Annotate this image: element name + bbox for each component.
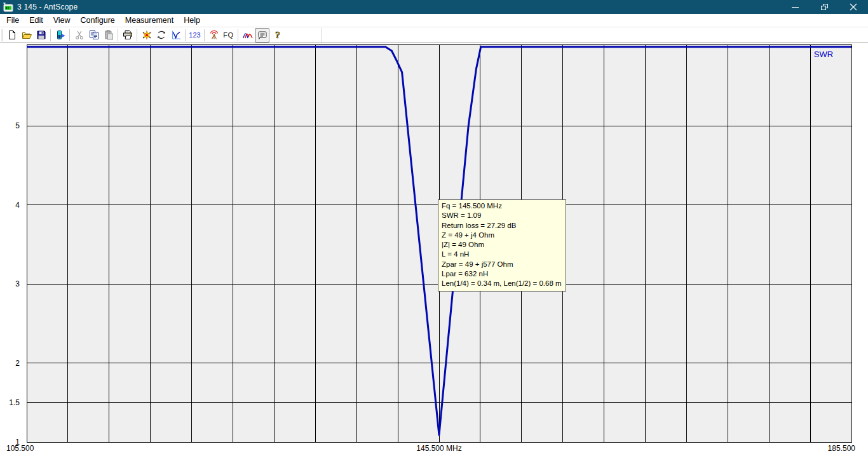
window-title: 3 145 - AntScope (17, 3, 78, 11)
window-controls (780, 0, 868, 14)
numbers-button[interactable]: 123 (187, 28, 202, 43)
toolbar-separator (185, 29, 186, 41)
question-mark-icon: ? (272, 30, 282, 40)
tooltip-line: Lpar = 632 nH (442, 269, 562, 279)
svg-text:?: ? (275, 30, 280, 40)
menu-help[interactable]: Help (179, 15, 205, 26)
cut-button[interactable] (72, 28, 86, 43)
x-axis-label-start: 105.500 (6, 444, 34, 453)
swr-chart-button[interactable] (168, 28, 183, 43)
open-button[interactable] (19, 28, 34, 43)
spark-button[interactable] (139, 28, 154, 43)
y-axis-label: 3 (0, 279, 20, 288)
close-button[interactable] (839, 0, 868, 14)
y-axis-label: 2 (0, 359, 20, 368)
swr-legend: SWR (804, 50, 843, 59)
toolbar-separator (204, 29, 205, 41)
swr-curve-chart-icon (171, 30, 181, 40)
title-bar: 3 145 - AntScope (0, 0, 868, 14)
connect-device-button[interactable] (53, 28, 67, 43)
tooltip-line: Fq = 145.500 MHz (442, 201, 562, 211)
fq-label-icon: FQ (223, 31, 233, 39)
antenna-transmit-icon (209, 30, 219, 40)
paste-button[interactable] (101, 28, 116, 43)
copy-icon (89, 30, 99, 40)
x-axis-label-end: 185.500 (788, 444, 855, 453)
chart-area: 54321.51 105.500 145.500 MHz 185.500 SWR… (0, 43, 868, 456)
x-axis-label-center: 145.500 MHz (388, 444, 490, 453)
toolbar-band-edge (321, 28, 322, 43)
menu-file[interactable]: File (1, 15, 24, 26)
numbers-123-icon: 123 (189, 31, 200, 39)
y-axis-label: 1.5 (0, 398, 20, 407)
minimize-button[interactable] (780, 0, 810, 14)
copy-button[interactable] (86, 28, 101, 43)
help-button[interactable]: ? (269, 28, 284, 43)
refresh-arrows-icon (156, 30, 166, 40)
y-axis-label: 4 (0, 201, 20, 210)
cursor-info-toggle-button[interactable] (255, 28, 269, 43)
refresh-button[interactable] (154, 28, 168, 43)
overlay-curves-icon (243, 30, 253, 40)
antscope-window: 3 145 - AntScope File Edit View Configur… (0, 0, 868, 456)
tooltip-line: Return loss = 27.29 dB (442, 221, 562, 231)
toolbar-separator (137, 29, 137, 41)
menu-measurement[interactable]: Measurement (120, 15, 179, 26)
print-button[interactable] (120, 28, 135, 43)
save-button[interactable] (34, 28, 48, 43)
toolbar-separator (69, 29, 70, 41)
new-document-icon (7, 30, 17, 40)
tooltip-line: Zpar = 49 + j577 Ohm (442, 260, 562, 269)
new-button[interactable] (4, 28, 19, 43)
toolbar-separator (238, 29, 238, 41)
toolbar-separator (50, 29, 51, 41)
menu-edit[interactable]: Edit (24, 15, 48, 26)
spark-star-icon (142, 30, 152, 40)
fq-button[interactable]: FQ (221, 28, 236, 43)
open-folder-icon (22, 30, 32, 40)
scissors-icon (74, 30, 85, 40)
menu-bar: File Edit View Configure Measurement Hel… (0, 14, 868, 27)
paste-clipboard-icon (104, 30, 114, 40)
tooltip-line: Len(1/4) = 0.34 m, Len(1/2) = 0.68 m (442, 279, 562, 288)
printer-icon (123, 30, 133, 40)
app-icon (3, 2, 13, 12)
tooltip-line: L = 4 nH (442, 250, 562, 259)
minimize-icon (792, 7, 799, 8)
notes-list-icon (257, 30, 268, 40)
toolbar: 123 FQ (0, 27, 868, 43)
toolbar-separator (118, 29, 118, 41)
toolbar-gripper (1, 29, 3, 41)
menu-configure[interactable]: Configure (76, 15, 120, 26)
swr-plot[interactable] (0, 43, 868, 456)
antenna-button[interactable] (207, 28, 221, 43)
save-floppy-icon (36, 30, 46, 40)
tooltip-line: |Z| = 49 Ohm (442, 240, 562, 250)
tooltip-line: Z = 49 + j4 Ohm (442, 231, 562, 240)
analyzer-device-icon (55, 30, 65, 40)
cursor-info-tooltip: Fq = 145.500 MHz SWR = 1.09 Return loss … (438, 199, 566, 292)
restore-button[interactable] (810, 0, 839, 14)
curves-button[interactable] (240, 28, 255, 43)
restore-icon (821, 4, 828, 10)
close-icon (850, 3, 857, 11)
y-axis-label: 5 (0, 121, 20, 130)
tooltip-line: SWR = 1.09 (442, 211, 562, 220)
menu-view[interactable]: View (48, 15, 76, 26)
